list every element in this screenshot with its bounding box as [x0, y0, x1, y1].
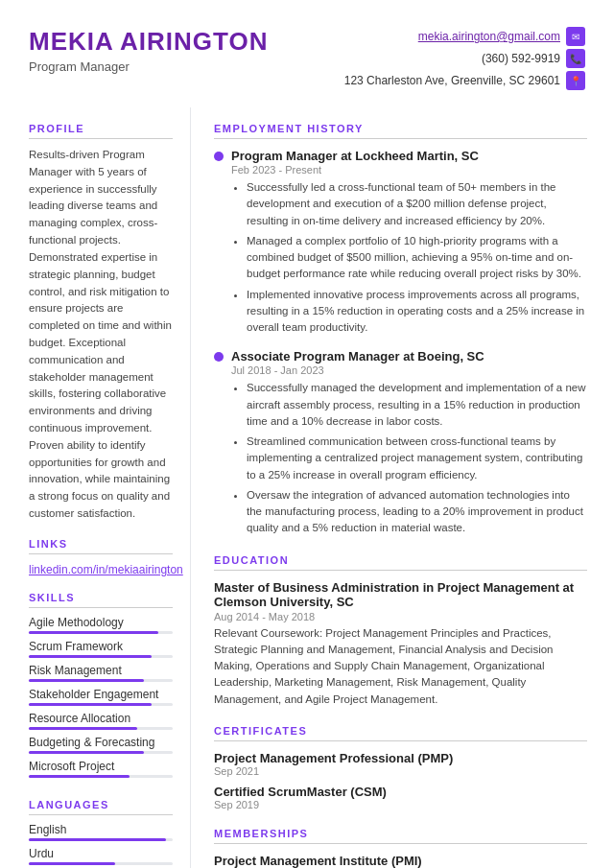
skill-item: Scrum Framework — [29, 640, 173, 658]
skill-name: Budgeting & Forecasting — [29, 736, 173, 749]
job-bullet: Successfully led a cross-functional team… — [247, 179, 587, 229]
left-column: PROFILE Results-driven Program Manager w… — [0, 107, 190, 868]
email-row: mekia.airington@gmail.com ✉ — [344, 27, 585, 46]
skill-item: Stakeholder Engagement — [29, 688, 173, 706]
skill-name: Agile Methodology — [29, 616, 173, 629]
skill-bar-fill — [29, 751, 144, 754]
job-bullet: Streamlined communication between cross-… — [247, 434, 587, 483]
memberships-list: Project Management Institute (PMI) — [214, 854, 587, 868]
email-icon: ✉ — [566, 27, 585, 46]
links-divider — [29, 553, 173, 554]
membership-item: Project Management Institute (PMI) — [214, 854, 587, 868]
skill-name: Risk Management — [29, 664, 173, 677]
header: MEKIA AIRINGTON Program Manager mekia.ai… — [0, 0, 614, 107]
header-right: mekia.airington@gmail.com ✉ (360) 592-99… — [344, 27, 585, 90]
jobs-list: Program Manager at Lockheed Martin, SC F… — [214, 149, 587, 537]
cert-item: Certified ScrumMaster (CSM) Sep 2019 — [214, 785, 587, 810]
education-divider — [214, 570, 587, 571]
certificates-divider — [214, 740, 587, 741]
links-section-title: LINKS — [29, 538, 173, 550]
job-bullets: Successfully led a cross-functional team… — [233, 179, 587, 336]
skill-bar-bg — [29, 703, 173, 706]
education-desc: Relevant Coursework: Project Management … — [214, 625, 587, 708]
job-item: Associate Program Manager at Boeing, SC … — [214, 349, 587, 536]
skill-bar-fill — [29, 727, 137, 730]
skill-bar-fill — [29, 775, 130, 778]
cert-title: Project Management Professional (PMP) — [214, 751, 587, 765]
job-dot — [214, 152, 224, 161]
skill-bar-fill — [29, 631, 158, 634]
language-name: Urdu — [29, 847, 173, 860]
linkedin-link[interactable]: linkedin.com/in/mekiaairington — [29, 563, 183, 576]
skills-section-title: SKILLS — [29, 592, 173, 603]
right-column: EMPLOYMENT HISTORY Program Manager at Lo… — [190, 107, 614, 868]
phone-row: (360) 592-9919 📞 — [344, 49, 585, 68]
employment-divider — [214, 138, 587, 139]
job-bullet: Managed a complex portfolio of 10 high-p… — [247, 233, 587, 283]
job-title: Program Manager at Lockheed Martin, SC — [231, 149, 479, 163]
job-dates: Jul 2018 - Jan 2023 — [231, 364, 587, 376]
education-degree: Master of Business Administration in Pro… — [214, 580, 587, 609]
skill-name: Stakeholder Engagement — [29, 688, 173, 701]
certificates-list: Project Management Professional (PMP) Se… — [214, 751, 587, 810]
language-bar-bg — [29, 838, 173, 841]
profile-section-title: PROFILE — [29, 123, 173, 134]
skills-divider — [29, 607, 173, 608]
skills-list: Agile Methodology Scrum Framework Risk M… — [29, 616, 173, 784]
certificates-section-title: CERTIFICATES — [214, 725, 587, 737]
address-row: 123 Charleston Ave, Greenville, SC 29601… — [344, 71, 585, 90]
skill-bar-fill — [29, 703, 152, 706]
job-dot — [214, 352, 224, 362]
job-header: Program Manager at Lockheed Martin, SC — [214, 149, 587, 163]
language-bar-fill — [29, 862, 115, 865]
job-dates: Feb 2023 - Present — [231, 164, 587, 176]
skill-name: Scrum Framework — [29, 640, 173, 653]
job-title: Associate Program Manager at Boeing, SC — [231, 349, 484, 364]
profile-text: Results-driven Program Manager with 5 ye… — [29, 147, 173, 523]
body: PROFILE Results-driven Program Manager w… — [0, 107, 614, 868]
memberships-divider — [214, 843, 587, 844]
skill-bar-bg — [29, 679, 173, 682]
education-section-title: EDUCATION — [214, 554, 587, 566]
skill-item: Budgeting & Forecasting — [29, 736, 173, 754]
header-left: MEKIA AIRINGTON Program Manager — [29, 27, 268, 74]
location-icon: 📍 — [566, 71, 585, 90]
phone-icon: 📞 — [566, 49, 585, 68]
resume-container: MEKIA AIRINGTON Program Manager mekia.ai… — [0, 0, 614, 868]
language-item: English — [29, 823, 173, 841]
candidate-title: Program Manager — [29, 59, 268, 74]
skill-bar-bg — [29, 751, 173, 754]
education-dates: Aug 2014 - May 2018 — [214, 611, 587, 622]
cert-date: Sep 2021 — [214, 765, 587, 777]
job-bullets: Successfully managed the development and… — [233, 380, 587, 536]
languages-section-title: LANGUAGES — [29, 799, 173, 810]
candidate-name: MEKIA AIRINGTON — [29, 27, 268, 57]
job-bullet: Oversaw the integration of advanced auto… — [247, 487, 587, 537]
skill-bar-bg — [29, 727, 173, 730]
language-bar-bg — [29, 862, 173, 865]
employment-section-title: EMPLOYMENT HISTORY — [214, 123, 587, 134]
address-text: 123 Charleston Ave, Greenville, SC 29601 — [344, 74, 560, 87]
language-name: English — [29, 823, 173, 836]
skill-name: Resource Allocation — [29, 712, 173, 725]
skill-item: Agile Methodology — [29, 616, 173, 634]
language-bar-fill — [29, 838, 166, 841]
skill-item: Resource Allocation — [29, 712, 173, 730]
skill-bar-bg — [29, 631, 173, 634]
language-item: Urdu — [29, 847, 173, 865]
job-header: Associate Program Manager at Boeing, SC — [214, 349, 587, 364]
links-section: linkedin.com/in/mekiaairington — [29, 562, 173, 576]
membership-title: Project Management Institute (PMI) — [214, 854, 587, 868]
job-bullet: Successfully managed the development and… — [247, 380, 587, 430]
email-link[interactable]: mekia.airington@gmail.com — [418, 30, 560, 43]
memberships-section-title: MEMBERSHIPS — [214, 828, 587, 839]
skill-bar-bg — [29, 655, 173, 658]
languages-list: English Urdu — [29, 823, 173, 868]
languages-divider — [29, 814, 173, 815]
skill-name: Microsoft Project — [29, 760, 173, 773]
cert-date: Sep 2019 — [214, 799, 587, 810]
skill-item: Risk Management — [29, 664, 173, 682]
skill-bar-fill — [29, 679, 144, 682]
cert-title: Certified ScrumMaster (CSM) — [214, 785, 587, 799]
job-bullet: Implemented innovative process improveme… — [247, 287, 587, 337]
